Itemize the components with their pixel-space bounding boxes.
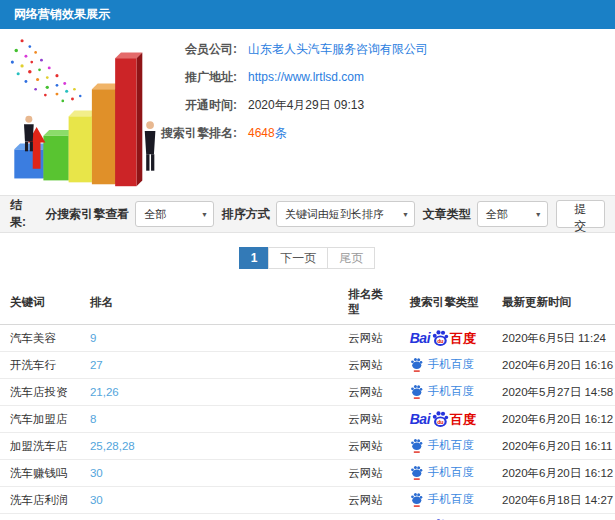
article-type-select[interactable]: 全部 ▼ — [477, 201, 548, 227]
rank-cell: 30 — [80, 487, 338, 514]
header-engine-type: 搜索引擎类型 — [400, 282, 492, 325]
table-row: 加盟洗车店 25,28,28 云网站 手机百度 2020年6月20日 16:11 — [0, 433, 615, 460]
rank-cell: 9 — [80, 325, 338, 352]
updated-cell: 2020年6月20日 16:16 — [492, 352, 615, 379]
rank-count-unit: 条 — [275, 126, 287, 140]
mobile-baidu-paw-icon — [410, 384, 423, 399]
keyword-cell: 洗车赚钱吗 — [0, 460, 80, 487]
table-row: 开洗车行 27 云网站 手机百度 2020年6月20日 16:16 — [0, 352, 615, 379]
table-row: 汽车美容 9 云网站 Bai du 百度 2020年6月5日 11:24 — [0, 325, 615, 352]
rank-cell: 27 — [80, 352, 338, 379]
baidu-logo-cn-text: 百度 — [450, 413, 476, 426]
mobile-baidu-text: 手机百度 — [428, 465, 474, 480]
mobile-baidu-paw-icon — [410, 492, 423, 507]
rank-cell: 25,28,28 — [80, 433, 338, 460]
engine-cell: Bai du 百度 — [400, 514, 492, 520]
rank-count-row: 搜索引擎排名: 4648条 — [0, 123, 615, 143]
rank-cell: 30 — [80, 460, 338, 487]
baidu-logo-bai-text: Bai — [410, 331, 430, 345]
updated-cell: 2020年6月20日 16:11 — [492, 433, 615, 460]
chevron-down-icon: ▼ — [402, 211, 409, 218]
header-rank-type: 排名类型 — [338, 282, 400, 325]
filter-bar: 结果: 分搜索引擎查看 全部 ▼ 排序方式 关键词由短到长排序 ▼ 文章类型 全… — [0, 195, 615, 233]
pagination: 1 下一页 尾页 — [0, 247, 615, 269]
opened-label: 开通时间: — [0, 97, 237, 114]
baidu-logo: Bai du 百度 — [410, 410, 476, 428]
keyword-cell: 开洗车行 — [0, 352, 80, 379]
mobile-baidu-paw-icon — [410, 438, 423, 453]
baidu-logo-bai-text: Bai — [410, 412, 430, 426]
updated-cell: 2020年6月5日 11:24 — [492, 325, 615, 352]
rank-cell: 8 — [80, 406, 338, 433]
rank-type-cell: 云网站 — [338, 487, 400, 514]
rank-type-cell: 云网站 — [338, 460, 400, 487]
engine-cell: Bai du 百度 — [400, 325, 492, 352]
baidu-paw-icon: du — [431, 410, 449, 428]
engine-select-value: 全部 — [144, 207, 166, 222]
mobile-baidu-logo: 手机百度 — [410, 357, 474, 372]
mobile-baidu-text: 手机百度 — [428, 492, 474, 507]
header-rank: 排名 — [80, 282, 338, 325]
engine-cell: 手机百度 — [400, 379, 492, 406]
mobile-baidu-paw-icon — [410, 357, 423, 372]
table-row: 汽车加盟店 8 云网站 Bai du 百度 2020年6月20日 16:12 — [0, 406, 615, 433]
page-title: 网络营销效果展示 — [0, 0, 615, 29]
baidu-paw-du-text: du — [437, 338, 443, 344]
header-keyword: 关键词 — [0, 282, 80, 325]
rank-type-cell: 云网站 — [338, 352, 400, 379]
ranking-table: 关键词 排名 排名类型 搜索引擎类型 最新更新时间 汽车美容 9 云网站 Bai… — [0, 282, 615, 520]
ranking-table-body: 汽车美容 9 云网站 Bai du 百度 2020年6月5日 11:24 开洗车 — [0, 325, 615, 520]
updated-cell: 2020年6月20日 16:12 — [492, 460, 615, 487]
next-page-button[interactable]: 下一页 — [268, 247, 328, 269]
rank-type-cell: 云网站 — [338, 406, 400, 433]
last-page-button[interactable]: 尾页 — [327, 247, 375, 269]
engine-cell: 手机百度 — [400, 487, 492, 514]
keyword-cell: 洗车店利润 — [0, 487, 80, 514]
keyword-cell: 洗车店投资 — [0, 379, 80, 406]
table-row: 洗车店投资 21,26 云网站 手机百度 2020年5月27日 14:58 — [0, 379, 615, 406]
baidu-logo-cn-text: 百度 — [450, 332, 476, 345]
sort-select-value: 关键词由短到长排序 — [285, 207, 384, 222]
opened-value: 2020年4月29日 09:13 — [248, 97, 364, 114]
company-link[interactable]: 山东老人头汽车服务咨询有限公司 — [248, 41, 428, 58]
mobile-baidu-text: 手机百度 — [428, 357, 474, 372]
site-row: 推广地址: https://www.lrtlsd.com — [0, 67, 615, 87]
keyword-cell: 洗车店加盟 — [0, 514, 80, 520]
article-type-select-value: 全部 — [486, 207, 508, 222]
rank-type-cell: 云网站 — [338, 379, 400, 406]
company-row: 会员公司: 山东老人头汽车服务咨询有限公司 — [0, 39, 615, 59]
mobile-baidu-text: 手机百度 — [428, 384, 474, 399]
chevron-down-icon: ▼ — [201, 211, 208, 218]
engine-cell: Bai du 百度 — [400, 406, 492, 433]
engine-cell: 手机百度 — [400, 433, 492, 460]
page-1-button[interactable]: 1 — [239, 247, 270, 269]
rank-count-value: 4648条 — [248, 125, 287, 142]
baidu-paw-du-text: du — [437, 419, 443, 425]
updated-cell: 2020年5月27日 14:58 — [492, 379, 615, 406]
engine-select[interactable]: 全部 ▼ — [135, 201, 214, 227]
rank-count-number: 4648 — [248, 126, 275, 140]
keyword-cell: 汽车美容 — [0, 325, 80, 352]
header-updated: 最新更新时间 — [492, 282, 615, 325]
mobile-baidu-logo: 手机百度 — [410, 492, 474, 507]
opened-row: 开通时间: 2020年4月29日 09:13 — [0, 95, 615, 115]
site-link[interactable]: https://www.lrtlsd.com — [248, 70, 364, 84]
sort-filter-label: 排序方式 — [222, 206, 270, 223]
company-label: 会员公司: — [0, 41, 237, 58]
site-label: 推广地址: — [0, 69, 237, 86]
rank-count-label: 搜索引擎排名: — [0, 125, 237, 142]
updated-cell: 2020年6月18日 14:30 — [492, 514, 615, 520]
article-type-label: 文章类型 — [423, 206, 471, 223]
mobile-baidu-text: 手机百度 — [428, 438, 474, 453]
submit-button[interactable]: 提交 — [556, 200, 605, 228]
table-row: 洗车赚钱吗 30 云网站 手机百度 2020年6月20日 16:12 — [0, 460, 615, 487]
chevron-down-icon: ▼ — [535, 211, 542, 218]
sort-select[interactable]: 关键词由短到长排序 ▼ — [276, 201, 415, 227]
baidu-logo: Bai du 百度 — [410, 329, 476, 347]
result-label: 结果: — [10, 197, 37, 231]
mobile-baidu-logo: 手机百度 — [410, 465, 474, 480]
table-row: 洗车店利润 30 云网站 手机百度 2020年6月18日 14:27 — [0, 487, 615, 514]
engine-cell: 手机百度 — [400, 352, 492, 379]
rank-cell: 3 — [80, 514, 338, 520]
table-row: 洗车店加盟 3 云网站 Bai du 百度 2020年6月18日 14:30 — [0, 514, 615, 520]
